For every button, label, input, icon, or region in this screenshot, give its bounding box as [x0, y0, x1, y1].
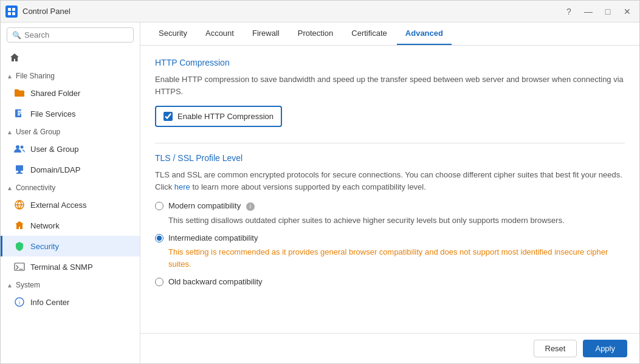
http-compression-checkbox-label[interactable]: Enable HTTP Compression — [177, 112, 274, 121]
svg-rect-5 — [18, 111, 21, 112]
sidebar-item-shared-folder[interactable]: Shared Folder — [1, 83, 140, 103]
sidebar-item-domain-ldap[interactable]: Domain/LDAP — [1, 159, 140, 180]
close-button[interactable]: ✕ — [620, 4, 635, 19]
svg-rect-7 — [18, 114, 20, 115]
search-box[interactable]: 🔍 — [7, 27, 134, 43]
help-button[interactable]: ? — [562, 4, 576, 19]
network-icon — [13, 219, 26, 232]
search-input[interactable] — [24, 30, 128, 39]
svg-rect-6 — [18, 112, 21, 114]
sidebar-item-file-services[interactable]: File Services — [1, 103, 140, 124]
http-compression-checkbox[interactable] — [163, 112, 173, 121]
info-center-label: Info Center — [30, 298, 69, 307]
domain-icon — [13, 163, 26, 176]
users-icon — [13, 143, 26, 155]
radio-modern-desc: This setting disallows outdated cipher s… — [168, 215, 625, 227]
http-compression-desc: Enable HTTP compression to save bandwidt… — [155, 74, 625, 97]
network-label: Network — [30, 221, 60, 230]
tab-account[interactable]: Account — [197, 22, 243, 45]
external-access-icon — [13, 199, 26, 211]
window-controls: ? — □ ✕ — [562, 4, 635, 19]
title-bar: Control Panel ? — □ ✕ — [1, 1, 639, 22]
reset-button[interactable]: Reset — [534, 340, 577, 357]
tab-bar: Security Account Firewall Protection Cer… — [140, 22, 639, 46]
svg-rect-0 — [8, 8, 11, 11]
sidebar-item-info-center[interactable]: i Info Center — [1, 292, 140, 312]
tab-advanced[interactable]: Advanced — [397, 22, 452, 45]
tab-certificate[interactable]: Certificate — [343, 22, 396, 45]
chevron-file-sharing: ▲ — [7, 73, 13, 80]
radio-old-label: Old backward compatibility — [168, 277, 263, 286]
sidebar-item-user-group[interactable]: User & Group — [1, 139, 140, 159]
apply-button[interactable]: Apply — [583, 340, 627, 357]
radio-old-input[interactable] — [155, 278, 163, 286]
footer-bar: Reset Apply — [140, 333, 639, 363]
svg-rect-1 — [12, 8, 15, 11]
svg-rect-12 — [16, 173, 22, 174]
terminal-icon — [13, 261, 26, 273]
info-center-icon: i — [13, 296, 26, 308]
minimize-button[interactable]: — — [581, 4, 596, 19]
chevron-system: ▲ — [7, 282, 13, 289]
radio-intermediate-label: Intermediate compatibility — [168, 233, 258, 242]
tls-desc-suffix: to learn more about versions supported b… — [190, 182, 426, 191]
content-area: Security Account Firewall Protection Cer… — [140, 22, 639, 363]
section-divider — [155, 143, 625, 143]
search-icon: 🔍 — [12, 31, 21, 39]
sidebar-item-external-access[interactable]: External Access — [1, 194, 140, 215]
svg-rect-2 — [8, 12, 11, 15]
window-title: Control Panel — [22, 7, 562, 16]
section-connectivity[interactable]: ▲ Connectivity — [1, 180, 140, 194]
app-icon — [5, 5, 18, 18]
http-compression-checkbox-group[interactable]: Enable HTTP Compression — [155, 106, 282, 127]
svg-rect-10 — [16, 165, 23, 171]
http-compression-title: HTTP Compression — [155, 58, 625, 67]
tls-learn-more-link[interactable]: here — [174, 182, 190, 191]
security-label: Security — [30, 242, 59, 251]
tab-firewall[interactable]: Firewall — [244, 22, 288, 45]
section-system[interactable]: ▲ System — [1, 277, 140, 292]
content-panel: HTTP Compression Enable HTTP compression… — [140, 46, 639, 333]
tab-protection[interactable]: Protection — [289, 22, 342, 45]
terminal-snmp-label: Terminal & SNMP — [30, 263, 93, 272]
radio-modern-input[interactable] — [155, 202, 163, 210]
file-services-icon — [13, 108, 26, 120]
http-compression-section: HTTP Compression Enable HTTP compression… — [155, 58, 625, 139]
chevron-connectivity: ▲ — [7, 185, 13, 191]
home-icon — [9, 52, 21, 64]
section-user-group[interactable]: ▲ User & Group — [1, 124, 140, 139]
tls-ssl-title: TLS / SSL Profile Level — [155, 153, 625, 163]
sidebar-item-terminal-snmp[interactable]: Terminal & SNMP — [1, 256, 140, 277]
chevron-user-group: ▲ — [7, 129, 13, 136]
tls-ssl-desc: TLS and SSL are common encrypted protoco… — [155, 169, 625, 193]
control-panel-window: Control Panel ? — □ ✕ 🔍 ▲ F — [0, 0, 640, 364]
svg-point-9 — [21, 146, 24, 149]
maximize-button[interactable]: □ — [600, 4, 615, 19]
radio-intermediate-input[interactable] — [155, 234, 163, 242]
folder-icon — [13, 87, 26, 99]
main-layout: 🔍 ▲ File Sharing Shared Folder — [1, 22, 639, 363]
domain-ldap-label: Domain/LDAP — [30, 165, 80, 174]
radio-intermediate: Intermediate compatibility — [155, 233, 625, 242]
sidebar-item-security[interactable]: Security — [1, 236, 140, 256]
radio-intermediate-desc: This setting is recommended as it provid… — [168, 246, 625, 270]
sidebar: 🔍 ▲ File Sharing Shared Folder — [1, 22, 140, 363]
modern-info-icon: i — [246, 202, 255, 211]
section-system-label: System — [16, 281, 40, 289]
section-user-group-label: User & Group — [16, 128, 60, 136]
svg-point-8 — [16, 145, 19, 149]
section-file-sharing-label: File Sharing — [16, 72, 55, 80]
sidebar-item-network[interactable]: Network — [1, 215, 140, 236]
file-services-label: File Services — [30, 109, 75, 118]
section-file-sharing[interactable]: ▲ File Sharing — [1, 68, 140, 83]
tab-security[interactable]: Security — [150, 22, 196, 45]
section-connectivity-label: Connectivity — [16, 184, 55, 192]
sidebar-home[interactable] — [1, 47, 140, 68]
tls-ssl-section: TLS / SSL Profile Level TLS and SSL are … — [155, 153, 625, 286]
radio-old: Old backward compatibility — [155, 277, 625, 286]
user-group-label: User & Group — [30, 145, 78, 154]
svg-text:i: i — [19, 300, 20, 306]
shared-folder-label: Shared Folder — [30, 89, 80, 98]
security-icon — [13, 240, 26, 252]
svg-rect-3 — [12, 12, 15, 15]
